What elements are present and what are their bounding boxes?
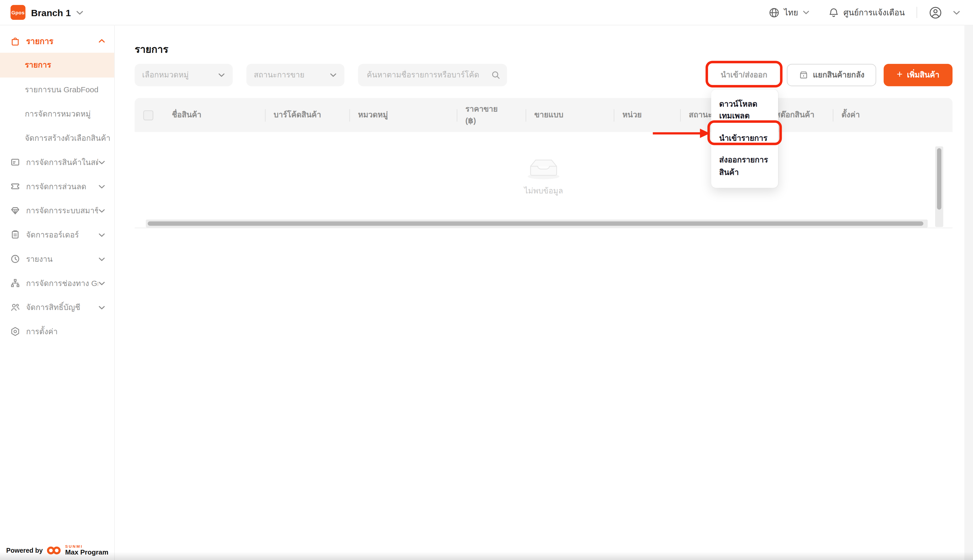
table-empty-state: ไม่พบข้อมูล — [135, 132, 952, 218]
powered-by-label: Powered by — [6, 546, 43, 554]
sidebar-item-product-list[interactable]: รายการ — [0, 53, 114, 77]
sunmi-infinity-logo-icon — [46, 544, 62, 555]
col-product-name: ชื่อสินค้า — [163, 110, 265, 121]
vertical-scrollbar-thumb[interactable] — [937, 148, 941, 210]
notification-center[interactable]: ศูนย์การแจ้งเตือน — [828, 6, 905, 19]
sidebar-section-products[interactable]: รายการ — [0, 29, 114, 53]
carton-box-icon — [798, 70, 808, 80]
sidebar-item-category-management[interactable]: การจัดการหมวดหมู่ — [0, 102, 114, 126]
col-unit: หน่วย — [614, 110, 680, 121]
category-filter-placeholder: เลือกหมวดหมู่ — [142, 69, 218, 81]
account-chevron-down-icon — [953, 8, 961, 17]
sidebar-item-label: การจัดการระบบสมาชิก — [26, 204, 98, 217]
sidebar-item-membership-management[interactable]: การจัดการระบบสมาชิก — [0, 198, 114, 223]
search-box — [358, 64, 507, 86]
chevron-down-icon — [98, 303, 106, 311]
menu-item-export-products[interactable]: ส่งออกรายการสินค้า — [711, 150, 778, 183]
ticket-icon — [10, 181, 20, 192]
app-window: Gpos Branch 1 ไทย ศูนย์การแจ้งเตือน — [0, 0, 973, 560]
chevron-down-icon — [98, 183, 106, 190]
col-sale-type: ขายแบบ — [526, 110, 614, 121]
sidebar-item-label: รายการ — [25, 59, 51, 72]
sidebar-item-label: จัดการสิทธิ์บัญชี — [26, 301, 98, 313]
max-program-label: Max Program — [65, 549, 108, 555]
sidebar-item-grabfood-list[interactable]: รายการบน GrabFood — [0, 77, 114, 102]
language-label: ไทย — [784, 6, 798, 19]
empty-text: ไม่พบข้อมูล — [524, 185, 563, 197]
sidebar-item-label: จัดการออร์เดอร์ — [26, 228, 98, 241]
category-filter-select[interactable]: เลือกหมวดหมู่ — [135, 64, 233, 86]
chevron-down-icon — [98, 255, 106, 263]
chevron-down-icon — [98, 207, 106, 214]
sidebar-item-label: การตั้งค่า — [26, 325, 105, 338]
sidebar-item-label: จัดการสร้างตัวเลือกสินค้า — [25, 132, 110, 145]
sidebar-item-label: การจัดการสินค้าในสต๊... — [26, 156, 98, 168]
app-logo-text: Gpos — [12, 10, 25, 15]
col-settings: ตั้งค่า — [833, 110, 952, 121]
chevron-down-icon — [329, 72, 337, 79]
select-all-checkbox[interactable] — [144, 110, 154, 120]
sidebar-item-settings[interactable]: การตั้งค่า — [0, 319, 114, 343]
split-case-button[interactable]: แยกสินค้ายกลัง — [787, 64, 876, 86]
branch-name: Branch 1 — [31, 7, 71, 17]
horizontal-scrollbar-track — [146, 220, 928, 228]
search-icon[interactable] — [491, 70, 501, 80]
sidebar-item-reports[interactable]: รายงาน — [0, 247, 114, 271]
sidebar-item-account-permissions[interactable]: จัดการสิทธิ์บัญชี — [0, 295, 114, 319]
clipboard-icon — [10, 229, 20, 240]
language-selector[interactable]: ไทย — [769, 6, 810, 19]
main-content: รายการ เลือกหมวดหมู่ สถานะการขาย นำเข้า/… — [115, 25, 973, 560]
sidebar-item-label: การจัดการหมวดหมู่ — [25, 108, 90, 120]
avatar-icon — [929, 6, 942, 19]
bell-icon — [828, 7, 839, 17]
sidebar-item-grab-channel-management[interactable]: การจัดการช่องทาง Gr... — [0, 271, 114, 295]
sidebar-item-label: การจัดการส่วนลด — [26, 180, 98, 193]
add-product-button[interactable]: + เพิ่มสินค้า — [883, 64, 952, 86]
gem-icon — [10, 205, 20, 216]
empty-inbox-icon — [524, 153, 564, 180]
section-chevron-up-icon — [98, 37, 106, 45]
select-all-cell — [135, 110, 163, 120]
sunmi-label: sunmi — [65, 544, 108, 548]
toolbar-actions: นำเข้า/ส่งออก แยกสินค้ายกลัง + เพิ่มสินค… — [709, 64, 953, 86]
account-menu[interactable] — [929, 6, 960, 19]
sidebar-section-label: รายการ — [26, 34, 98, 47]
sidebar-item-product-options[interactable]: จัดการสร้างตัวเลือกสินค้า — [0, 126, 114, 150]
chevron-down-icon — [218, 72, 225, 79]
horizontal-scrollbar-thumb[interactable] — [148, 221, 923, 226]
app-logo: Gpos — [10, 5, 25, 20]
sidebar-item-order-management[interactable]: จัดการออร์เดอร์ — [0, 223, 114, 247]
topbar-right: ไทย ศูนย์การแจ้งเตือน — [769, 6, 973, 19]
sitemap-icon — [10, 278, 20, 288]
split-case-label: แยกสินค้ายกลัง — [813, 69, 865, 81]
sale-status-filter-placeholder: สถานะการขาย — [254, 69, 329, 81]
search-input[interactable] — [366, 70, 491, 80]
sidebar-item-label: รายงาน — [26, 253, 98, 265]
shopping-bag-icon — [10, 36, 20, 46]
import-export-button[interactable]: นำเข้า/ส่งออก — [709, 64, 779, 86]
plus-icon: + — [897, 69, 903, 79]
page-scrollbar-gutter — [965, 25, 973, 560]
sale-status-filter-select[interactable]: สถานะการขาย — [246, 64, 344, 86]
clock-icon — [10, 254, 20, 264]
sidebar: รายการ รายการ รายการบน GrabFood การจัดกา… — [0, 25, 115, 560]
users-icon — [10, 302, 20, 312]
vertical-scrollbar-track — [935, 146, 943, 227]
add-product-label: เพิ่มสินค้า — [907, 69, 940, 81]
chevron-down-icon — [98, 280, 106, 287]
col-price: ราคาขาย(฿) — [457, 104, 526, 126]
chevron-down-icon — [98, 231, 106, 238]
product-table: ชื่อสินค้า บาร์โค้ดสินค้า หมวดหมู่ ราคาข… — [135, 98, 952, 228]
topbar-divider — [917, 7, 917, 18]
gear-icon — [10, 326, 20, 337]
branch-chevron-down-icon[interactable] — [76, 8, 84, 17]
sidebar-item-stock-management[interactable]: การจัดการสินค้าในสต๊... — [0, 150, 114, 174]
topbar: Gpos Branch 1 ไทย ศูนย์การแจ้งเตือน — [0, 0, 973, 25]
menu-item-download-template[interactable]: ดาวน์โหลดเทมเพลต — [711, 93, 778, 127]
globe-icon — [769, 7, 779, 17]
powered-by: Powered by sunmi Max Program — [6, 544, 108, 555]
sidebar-item-discount-management[interactable]: การจัดการส่วนลด — [0, 174, 114, 198]
language-chevron-down-icon — [803, 8, 810, 16]
col-category: หมวดหมู่ — [349, 110, 457, 121]
menu-item-import-products[interactable]: นำเข้ารายการ — [711, 127, 778, 149]
